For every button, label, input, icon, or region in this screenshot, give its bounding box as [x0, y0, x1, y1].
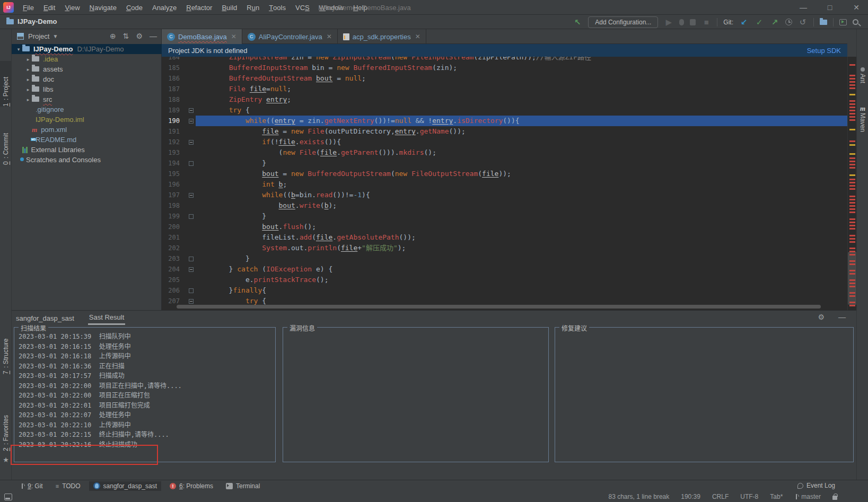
tree-item-libs[interactable]: ▸libs	[12, 84, 162, 94]
maximize-icon[interactable]: □	[826, 3, 834, 12]
git-branch-widget[interactable]: master	[794, 493, 821, 500]
code-editor[interactable]: 184 ZipInputStream zin = new ZipInputStr…	[162, 44, 847, 310]
close-icon[interactable]: ✕	[852, 3, 861, 12]
favorites-star-icon[interactable]: ★	[0, 456, 12, 464]
horizontal-scrollbar[interactable]	[177, 305, 821, 309]
hide-panel-icon[interactable]: —	[838, 313, 846, 321]
code-line-202[interactable]: 202 System.out.println(file+"解压成功");	[162, 243, 847, 253]
tree-item--idea[interactable]: ▸.idea	[12, 54, 162, 64]
menu-analyze[interactable]: Analyze	[147, 0, 181, 15]
close-icon[interactable]: ✕	[231, 33, 236, 40]
close-icon[interactable]: ✕	[415, 33, 420, 40]
load-changes-icon[interactable]: ↖	[573, 17, 582, 27]
changed-files-icon[interactable]	[820, 20, 827, 25]
event-log-button[interactable]: Event Log	[797, 480, 835, 491]
chevron-right-icon[interactable]: ▸	[24, 57, 32, 62]
stripe-maven[interactable]: mMaven	[857, 98, 868, 139]
menu-file[interactable]: File	[18, 0, 39, 15]
tree-item-external-libraries[interactable]: External Libraries	[12, 145, 162, 155]
code-line-191[interactable]: 191 file = new File(outPutDirectory,entr…	[162, 126, 847, 137]
toggle-toolwindows-icon[interactable]	[4, 494, 12, 500]
tab-demobase-java[interactable]: CDemoBase.java✕	[162, 29, 242, 44]
locate-file-icon[interactable]: ⊕	[110, 32, 116, 40]
rollback-icon[interactable]: ↺	[798, 17, 808, 27]
toolbar-item-6-problems[interactable]: !6: Problems	[165, 481, 217, 491]
tree-item-readme-md[interactable]: MDREADME.md	[12, 135, 162, 145]
tree-item--gitignore[interactable]: .gitignore	[12, 104, 162, 115]
collapse-all-icon[interactable]: ⇅	[123, 32, 129, 40]
tree-item-src[interactable]: ▸src	[12, 94, 162, 104]
code-line-188[interactable]: 188 ZipEntry entry;	[162, 94, 847, 105]
toolbar-item-todo[interactable]: ≡TODO	[51, 481, 85, 491]
caret-position[interactable]: 190:39	[681, 493, 700, 500]
toolbar-item-9-git[interactable]: 9: Git	[16, 481, 47, 491]
fold-marker-icon[interactable]	[186, 119, 196, 124]
fold-marker-icon[interactable]	[186, 299, 196, 304]
search-everywhere-icon[interactable]	[853, 19, 858, 25]
project-breadcrumb[interactable]: IJPay-Demo	[6, 17, 57, 25]
chevron-down-icon[interactable]: ▾	[15, 47, 22, 52]
menu-run[interactable]: Run	[242, 0, 264, 15]
git-push-icon[interactable]: ↗	[770, 17, 779, 27]
chevron-right-icon[interactable]: ▸	[24, 97, 32, 102]
add-configuration-button[interactable]: Add Configuration...	[588, 16, 658, 28]
history-icon[interactable]	[785, 19, 792, 25]
chevron-right-icon[interactable]: ▸	[24, 77, 32, 82]
code-line-199[interactable]: 199 }	[162, 211, 847, 222]
code-line-201[interactable]: 201 fileList.add(file.getAbsolutePath())…	[162, 232, 847, 243]
fold-marker-icon[interactable]	[186, 140, 196, 145]
sast-panel-title[interactable]: sangfor_dasp_sast	[16, 314, 74, 322]
menu-view[interactable]: View	[60, 0, 84, 15]
code-line-203[interactable]: 203 }	[162, 253, 847, 264]
menu-vcs[interactable]: VCS	[291, 0, 314, 15]
close-icon[interactable]: ✕	[327, 33, 332, 40]
tab-sast-result[interactable]: Sast Result	[88, 312, 125, 325]
code-line-189[interactable]: 189 try {	[162, 105, 847, 116]
stripe-ant[interactable]: Ant	[857, 61, 868, 90]
menu-code[interactable]: Code	[121, 0, 147, 15]
fold-marker-icon[interactable]	[186, 108, 196, 113]
git-commit-icon[interactable]: ✓	[755, 17, 764, 27]
fold-marker-icon[interactable]	[186, 257, 196, 261]
toolbar-item-sangfor-dasp-sast[interactable]: sangfor_dasp_sast	[89, 481, 161, 491]
git-update-icon[interactable]: ↙	[739, 17, 749, 27]
file-encoding[interactable]: UTF-8	[740, 493, 758, 500]
stripe-commit[interactable]: 0: Commit	[0, 119, 12, 165]
fold-marker-icon[interactable]	[186, 288, 196, 293]
setup-sdk-link[interactable]: Setup SDK	[807, 47, 841, 55]
code-line-194[interactable]: 194 }	[162, 158, 847, 169]
code-line-197[interactable]: 197 while((b=bin.read())!=-1){	[162, 190, 847, 200]
coverage-icon[interactable]	[690, 19, 696, 25]
debug-icon[interactable]	[679, 19, 684, 25]
code-line-193[interactable]: 193 (new File(file.getParent())).mkdirs(…	[162, 147, 847, 158]
fold-marker-icon[interactable]	[186, 193, 196, 198]
tree-item-scratches-and-consoles[interactable]: Scratches and Consoles	[12, 155, 162, 165]
menu-build[interactable]: Build	[217, 0, 242, 15]
menu-edit[interactable]: Edit	[39, 0, 60, 15]
error-stripe[interactable]	[847, 57, 856, 310]
code-line-205[interactable]: 205 e.printStackTrace();	[162, 275, 847, 285]
toolbar-item-terminal[interactable]: Terminal	[222, 481, 264, 491]
scan-log[interactable]: 2023-03-01 20:15:39 扫描队列中2023-03-01 20:1…	[19, 332, 272, 450]
minimize-icon[interactable]: —	[799, 3, 808, 12]
code-line-192[interactable]: 192 if(!file.exists()){	[162, 137, 847, 147]
run-icon[interactable]: ▶	[664, 17, 673, 27]
code-line-196[interactable]: 196 int b;	[162, 179, 847, 190]
code-line-185[interactable]: 185 BufferedInputStream bin = new Buffer…	[162, 63, 847, 73]
stripe-project[interactable]: 1: Project	[0, 61, 12, 107]
chevron-right-icon[interactable]: ▸	[24, 87, 32, 92]
run-anything-icon[interactable]	[839, 19, 847, 25]
code-line-190[interactable]: 190 while((entry = zin.getNextEntry())!=…	[162, 116, 847, 126]
gear-icon[interactable]: ⚙	[136, 32, 143, 40]
menu-tools[interactable]: Tools	[264, 0, 291, 15]
menu-refactor[interactable]: Refactor	[181, 0, 217, 15]
hide-panel-icon[interactable]: —	[150, 32, 157, 40]
line-ending[interactable]: CRLF	[712, 493, 729, 500]
stripe-structure[interactable]: 7: Structure	[0, 323, 12, 374]
menu-navigate[interactable]: Navigate	[85, 0, 121, 15]
fold-marker-icon[interactable]	[186, 267, 196, 272]
stop-icon[interactable]: ■	[702, 17, 711, 27]
code-line-195[interactable]: 195 bout = new BufferedOutputStream(new …	[162, 169, 847, 179]
code-line-206[interactable]: 206 }finally{	[162, 285, 847, 296]
indent-info[interactable]: Tab*	[770, 493, 783, 500]
